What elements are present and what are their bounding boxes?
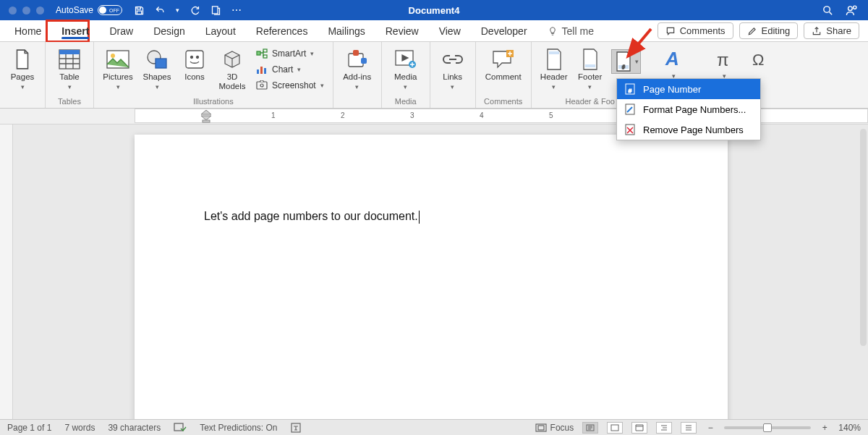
zoom-slider[interactable] bbox=[724, 426, 811, 429]
svg-rect-21 bbox=[260, 67, 263, 74]
menu-remove-label: Remove Page Numbers bbox=[643, 124, 744, 135]
minimize-dot[interactable] bbox=[22, 7, 30, 14]
table-label: Table bbox=[59, 72, 80, 82]
document-area: Let's add page numbers to our document. bbox=[0, 124, 868, 419]
remove-icon bbox=[624, 124, 636, 135]
comments-button[interactable]: Comments bbox=[658, 22, 733, 39]
tab-references[interactable]: References bbox=[246, 20, 318, 41]
tab-view[interactable]: View bbox=[429, 20, 471, 41]
smartart-button[interactable]: SmartArt▾ bbox=[253, 46, 327, 61]
page-number-icon: # bbox=[613, 51, 634, 72]
svg-point-24 bbox=[260, 84, 263, 87]
group-links: Links▾ . bbox=[430, 42, 476, 108]
chart-button[interactable]: Chart ▾ bbox=[253, 62, 327, 77]
header-button[interactable]: Header▾ bbox=[537, 45, 571, 90]
status-words[interactable]: 7 words bbox=[64, 423, 95, 433]
equation-button[interactable]: π▾ bbox=[707, 45, 741, 80]
zoom-dot[interactable] bbox=[36, 7, 44, 14]
autosave-control[interactable]: AutoSave OFF bbox=[56, 5, 122, 15]
undo-dropdown[interactable]: ▾ bbox=[176, 7, 179, 14]
chevron-down-icon: ▾ bbox=[156, 83, 159, 90]
editing-button[interactable]: Editing bbox=[739, 22, 799, 39]
tab-home[interactable]: Home bbox=[4, 20, 51, 41]
tab-layout[interactable]: Layout bbox=[195, 20, 246, 41]
wordart-button[interactable]: A ▾ bbox=[657, 45, 690, 80]
search-icon[interactable] bbox=[822, 4, 834, 17]
share-button[interactable]: Share bbox=[804, 22, 859, 39]
status-page[interactable]: Page 1 of 1 bbox=[7, 423, 51, 433]
zoom-thumb[interactable] bbox=[763, 423, 772, 432]
editing-label: Editing bbox=[762, 25, 791, 36]
focus-button[interactable]: Focus bbox=[535, 423, 574, 433]
ruler-vertical[interactable] bbox=[0, 124, 13, 419]
3d-models-button[interactable]: 3D Models bbox=[214, 45, 250, 90]
menu-format-label: Format Page Numbers... bbox=[643, 104, 746, 115]
shapes-button[interactable]: Shapes▾ bbox=[139, 45, 175, 90]
status-predictions[interactable]: Text Predictions: On bbox=[200, 423, 277, 433]
save-icon[interactable] bbox=[134, 5, 145, 16]
spellcheck-icon[interactable] bbox=[174, 423, 187, 433]
svg-rect-50 bbox=[611, 425, 618, 431]
pages-label: Pages bbox=[11, 72, 35, 82]
svg-rect-23 bbox=[257, 82, 267, 89]
template-icon[interactable] bbox=[210, 5, 221, 16]
tab-developer[interactable]: Developer bbox=[471, 20, 537, 41]
page-number-button[interactable]: # ▾ bbox=[610, 45, 643, 74]
footer-label: Footer bbox=[578, 72, 602, 82]
addins-icon bbox=[346, 48, 369, 71]
pictures-button[interactable]: Pictures▾ bbox=[100, 45, 136, 90]
svg-rect-48 bbox=[538, 426, 544, 430]
tab-mailings[interactable]: Mailings bbox=[318, 20, 375, 41]
menu-page-number-label: Page Number bbox=[643, 84, 701, 95]
svg-rect-14 bbox=[186, 51, 203, 68]
comment-button[interactable]: Comment bbox=[482, 45, 525, 82]
icons-button[interactable]: Icons bbox=[178, 45, 211, 82]
status-chars[interactable]: 39 characters bbox=[108, 423, 161, 433]
indent-marker[interactable] bbox=[201, 110, 211, 123]
new-comment-icon bbox=[492, 48, 515, 71]
menu-format-page-numbers[interactable]: Format Page Numbers... bbox=[617, 99, 760, 119]
view-outline[interactable] bbox=[656, 422, 672, 434]
view-read[interactable] bbox=[607, 422, 623, 434]
tab-design[interactable]: Design bbox=[143, 20, 195, 41]
footer-button[interactable]: Footer▾ bbox=[574, 45, 607, 90]
close-dot[interactable] bbox=[9, 7, 17, 14]
focus-label: Focus bbox=[550, 423, 574, 433]
share-label: Share bbox=[826, 25, 851, 36]
pages-button[interactable]: Pages ▾ bbox=[6, 45, 39, 90]
ruler-tick: 1 bbox=[271, 111, 276, 119]
undo-icon[interactable] bbox=[155, 5, 166, 16]
view-web[interactable] bbox=[631, 422, 647, 434]
window-controls bbox=[0, 7, 44, 14]
view-draft[interactable] bbox=[681, 422, 697, 434]
accessibility-icon[interactable] bbox=[291, 423, 301, 433]
tab-draw[interactable]: Draw bbox=[99, 20, 143, 41]
redo-icon[interactable] bbox=[190, 5, 200, 16]
menu-remove-page-numbers[interactable]: Remove Page Numbers bbox=[617, 119, 760, 140]
scrollbar-vertical[interactable] bbox=[860, 129, 867, 346]
autosave-toggle[interactable]: OFF bbox=[98, 5, 122, 15]
addins-button[interactable]: Add-ins▾ bbox=[339, 45, 375, 90]
svg-rect-20 bbox=[257, 69, 259, 74]
symbol-button[interactable]: Ω bbox=[744, 45, 777, 71]
zoom-in[interactable]: + bbox=[820, 423, 830, 433]
more-icon[interactable]: ⋯ bbox=[231, 4, 242, 16]
pictures-label: Pictures bbox=[103, 72, 133, 82]
account-icon[interactable] bbox=[846, 4, 858, 17]
media-button[interactable]: Media▾ bbox=[388, 45, 424, 90]
tell-me-label: Tell me bbox=[562, 25, 594, 37]
svg-text:Ω: Ω bbox=[752, 51, 764, 69]
document-body-text[interactable]: Let's add page numbers to our document. bbox=[204, 210, 420, 224]
tab-review[interactable]: Review bbox=[375, 20, 429, 41]
tab-insert[interactable]: Insert bbox=[51, 20, 99, 41]
tell-me[interactable]: Tell me bbox=[537, 20, 604, 41]
zoom-out[interactable]: − bbox=[705, 423, 715, 433]
links-button[interactable]: Links▾ bbox=[436, 45, 469, 90]
menu-page-number[interactable]: # Page Number bbox=[617, 79, 760, 99]
footer-icon bbox=[579, 48, 602, 71]
screenshot-button[interactable]: Screenshot ▾ bbox=[253, 78, 327, 93]
view-print-layout[interactable] bbox=[582, 422, 598, 434]
zoom-level[interactable]: 140% bbox=[838, 423, 861, 433]
page-canvas[interactable]: Let's add page numbers to our document. bbox=[135, 135, 728, 419]
table-button[interactable]: Table ▾ bbox=[51, 45, 88, 90]
